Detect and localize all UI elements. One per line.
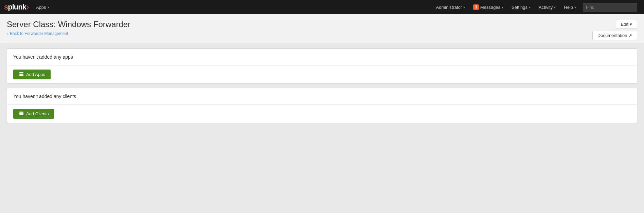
page-title-section: Server Class: Windows Forwarder ‹ Back t…: [7, 20, 130, 36]
help-chevron-icon: ▾: [574, 5, 576, 9]
apps-empty-message: You haven't added any apps: [7, 49, 637, 65]
add-apps-button[interactable]: Add Apps: [13, 70, 51, 79]
messages-badge: 3: [473, 4, 479, 10]
nav-messages[interactable]: 3 Messages ▾: [469, 0, 507, 14]
page-title: Server Class: Windows Forwarder: [7, 20, 130, 29]
nav-apps[interactable]: Apps ▾: [32, 0, 53, 14]
add-clients-icon: [19, 112, 24, 116]
page-header: Server Class: Windows Forwarder ‹ Back t…: [0, 14, 644, 43]
apps-chevron-icon: ▾: [48, 5, 49, 9]
splunk-logo[interactable]: splunk›: [4, 3, 29, 12]
admin-chevron-icon: ▾: [463, 5, 465, 9]
find-input[interactable]: [583, 3, 637, 12]
breadcrumb-link[interactable]: ‹ Back to Forwarder Management: [7, 31, 68, 36]
add-apps-icon: [19, 72, 24, 77]
breadcrumb-arrow-icon: ‹: [7, 32, 8, 36]
splunk-arrow-icon: ›: [27, 4, 29, 11]
add-clients-button[interactable]: Add Clients: [13, 109, 54, 119]
apps-card-action: Add Apps: [7, 65, 637, 83]
clients-card-action: Add Clients: [7, 105, 637, 123]
find-container: [580, 3, 640, 12]
clients-empty-message: You haven't added any clients: [7, 88, 637, 105]
nav-settings[interactable]: Settings ▾: [507, 0, 535, 14]
page-actions: Edit ▾ Documentation ↗: [592, 20, 637, 40]
nav-activity[interactable]: Activity ▾: [535, 0, 560, 14]
settings-chevron-icon: ▾: [529, 5, 531, 9]
apps-card: You haven't added any apps Add Apps: [7, 49, 637, 84]
navbar: splunk› Apps ▾ Administrator ▾ 3 Message…: [0, 0, 644, 14]
edit-chevron-icon: ▾: [630, 22, 632, 27]
documentation-button[interactable]: Documentation ↗: [592, 31, 637, 40]
main-content: You haven't added any apps Add Apps You …: [0, 43, 644, 129]
messages-chevron-icon: ▾: [502, 5, 503, 9]
activity-chevron-icon: ▾: [554, 5, 556, 9]
brand: splunk›: [4, 3, 29, 12]
nav-help[interactable]: Help ▾: [560, 0, 580, 14]
breadcrumb-label: Back to Forwarder Management: [10, 31, 68, 36]
nav-administrator[interactable]: Administrator ▾: [432, 0, 469, 14]
nav-right: Administrator ▾ 3 Messages ▾ Settings ▾ …: [432, 0, 640, 14]
edit-button[interactable]: Edit ▾: [616, 20, 637, 29]
clients-card: You haven't added any clients Add Client…: [7, 88, 637, 123]
